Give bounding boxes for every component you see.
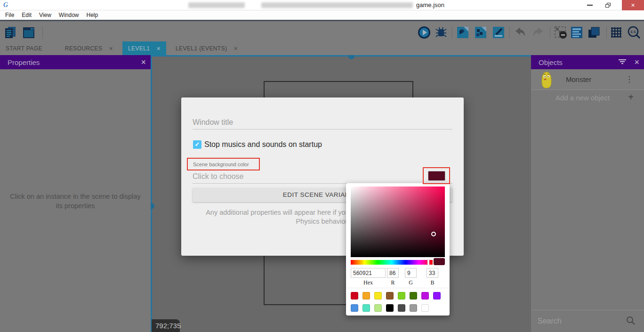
redacted-path-block [188, 2, 245, 8]
add-new-object-label: Add a new object [555, 94, 610, 102]
tab-close-icon[interactable]: × [156, 45, 161, 52]
redacted-path-block [261, 2, 413, 8]
hex-label: Hex [351, 279, 386, 286]
filter-icon[interactable] [619, 59, 626, 65]
field-underline [193, 129, 452, 130]
zoom-1-1-icon[interactable]: 1:1 [627, 25, 641, 40]
b-label: B [427, 279, 438, 286]
resize-handle-left[interactable] [151, 203, 154, 209]
start-page-icon[interactable] [22, 25, 36, 40]
add-object-icon[interactable] [456, 25, 470, 40]
search-icon [626, 316, 636, 325]
preset-color[interactable] [433, 292, 441, 300]
hex-input[interactable] [351, 268, 386, 278]
tab-close-icon[interactable]: × [109, 45, 113, 52]
object-name: Monster [566, 75, 591, 83]
undo-icon[interactable] [513, 25, 527, 40]
debug-icon[interactable] [434, 25, 448, 40]
scene-bounds-top-line [151, 55, 531, 57]
redo-icon[interactable] [531, 25, 545, 40]
menu-help[interactable]: Help [84, 12, 104, 18]
menu-edit[interactable]: Edit [19, 12, 37, 18]
preset-swatches [351, 292, 447, 316]
menu-view[interactable]: View [37, 12, 56, 18]
preset-color[interactable] [421, 292, 429, 300]
window-title: game.json [416, 1, 444, 8]
preset-color[interactable] [386, 304, 394, 312]
properties-empty-message: Click on an instance in the scene to dis… [0, 192, 151, 211]
search-input[interactable] [538, 315, 622, 327]
tab-level1-events[interactable]: LEVEL1 (EVENTS) × [170, 41, 243, 55]
objects-panel-header: Objects × [531, 55, 644, 69]
objects-panel: Monster ⋮ Add a new object + [531, 69, 644, 332]
preset-color[interactable] [398, 292, 405, 300]
annotation-box-swatch [423, 167, 450, 184]
editor-tabs: START PAGE RESOURCES × LEVEL1 × LEVEL1 (… [0, 41, 644, 55]
plus-icon: + [628, 92, 634, 103]
add-multiple-objects-icon[interactable] [474, 25, 488, 40]
minimize-button[interactable] [583, 0, 597, 10]
blue-input[interactable] [427, 268, 438, 278]
close-button[interactable]: × [622, 0, 644, 10]
object-row-monster[interactable]: Monster ⋮ [531, 69, 644, 90]
preset-color[interactable] [351, 292, 358, 300]
properties-panel-header: Properties × [0, 55, 151, 69]
divider [346, 288, 450, 288]
preset-color[interactable] [362, 292, 370, 300]
r-label: R [387, 279, 399, 286]
object-menu-icon[interactable]: ⋮ [625, 74, 634, 84]
red-input[interactable] [387, 268, 399, 278]
hue-slider[interactable] [351, 260, 433, 265]
tab-level1[interactable]: LEVEL1 × [122, 41, 166, 55]
preset-color[interactable] [362, 304, 370, 312]
scene-bounds-left-line [151, 55, 152, 332]
tab-close-icon[interactable]: × [233, 45, 238, 52]
gdevelop-window: G game.json × File Edit View Window Help [0, 0, 644, 332]
svg-text:1:1: 1:1 [630, 30, 636, 34]
preset-color[interactable] [421, 304, 429, 312]
objects-search-bar [531, 310, 644, 332]
g-label: G [405, 279, 417, 286]
resize-handle-top[interactable] [348, 55, 354, 59]
menu-file[interactable]: File [3, 12, 19, 18]
close-objects-icon[interactable]: × [634, 57, 639, 67]
menu-window[interactable]: Window [56, 12, 84, 18]
preset-color[interactable] [351, 304, 358, 312]
preset-color[interactable] [374, 304, 382, 312]
hue-slider-handle[interactable] [427, 259, 429, 265]
properties-panel-title: Properties [8, 58, 40, 66]
stop-music-checkbox[interactable]: ✓ [193, 140, 201, 149]
tab-resources[interactable]: RESOURCES × [59, 41, 119, 55]
title-bar: G game.json × [0, 0, 644, 10]
window-title-field[interactable]: Window title [193, 118, 452, 127]
saturation-cursor[interactable] [431, 232, 436, 236]
objects-list-icon[interactable] [570, 25, 584, 40]
preset-color[interactable] [410, 304, 417, 312]
current-color-preview [434, 258, 445, 265]
layers-icon[interactable] [587, 25, 601, 40]
mask-icon[interactable] [554, 25, 568, 40]
add-new-object-row[interactable]: Add a new object + [531, 90, 644, 105]
preset-color[interactable] [374, 292, 382, 300]
green-input[interactable] [405, 268, 417, 278]
tab-start-page[interactable]: START PAGE [0, 41, 48, 55]
preset-color[interactable] [398, 304, 405, 312]
menu-bar: File Edit View Window Help [0, 10, 644, 20]
toolbar: 1:1 [0, 20, 644, 41]
restore-button[interactable] [600, 0, 616, 10]
objects-panel-title: Objects [539, 58, 563, 66]
saturation-area[interactable] [351, 186, 445, 257]
properties-panel: Click on an instance in the scene to dis… [0, 69, 151, 332]
edit-scene-icon[interactable] [491, 25, 506, 40]
background-color-field[interactable]: Click to choose [193, 172, 244, 181]
close-properties-icon[interactable]: × [141, 57, 146, 67]
annotation-box-label [187, 158, 260, 170]
project-manager-icon[interactable] [4, 25, 18, 40]
preset-color[interactable] [386, 292, 394, 300]
preview-play-icon[interactable] [417, 25, 431, 40]
grid-icon[interactable] [609, 25, 623, 40]
stop-music-label: Stop musics and sounds on startup [204, 140, 322, 149]
cursor-coordinates-badge: 792;735 [152, 319, 180, 332]
gdevelop-logo-icon: G [3, 1, 12, 9]
preset-color[interactable] [410, 292, 417, 300]
